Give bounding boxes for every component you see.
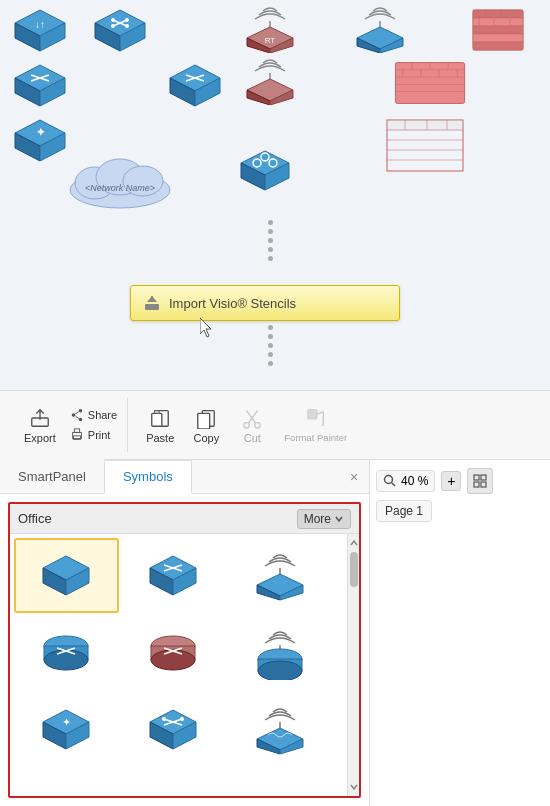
zoom-display: 40 % <box>376 470 435 492</box>
right-panel: 40 % + Page 1 <box>370 460 550 806</box>
format-painter-button[interactable]: Format Painter <box>276 400 355 450</box>
svg-rect-101 <box>198 413 210 429</box>
svg-rect-95 <box>74 429 79 433</box>
scroll-down-icon[interactable] <box>349 782 359 792</box>
paste-label: Paste <box>146 432 174 444</box>
svg-line-93 <box>75 416 79 419</box>
toolbar-group-export: Export Share Print <box>10 398 128 452</box>
grid-toggle-button[interactable] <box>467 468 493 494</box>
network-icon-brick[interactable] <box>385 120 465 170</box>
scroll-bar[interactable] <box>347 534 359 796</box>
panels-area: SmartPanel Symbols × Office More <box>0 460 550 806</box>
svg-point-10 <box>125 18 129 22</box>
search-icon <box>383 474 397 488</box>
svg-rect-99 <box>155 410 160 413</box>
panel-close-button[interactable]: × <box>345 468 363 486</box>
cut-label: Cut <box>244 432 261 444</box>
svg-line-105 <box>252 418 256 424</box>
export-icon <box>29 407 51 429</box>
import-visio-banner[interactable]: Import Visio® Stencils <box>130 285 400 321</box>
print-button[interactable]: Print <box>66 426 121 444</box>
tab-symbols[interactable]: Symbols <box>104 460 192 494</box>
grid-icon-2[interactable] <box>121 538 226 613</box>
grid-icon-3[interactable] <box>228 538 333 613</box>
smartpanel-tab-label: SmartPanel <box>18 469 86 484</box>
network-icon-4[interactable] <box>165 60 225 110</box>
network-icon-wireless-2[interactable] <box>350 3 410 53</box>
print-icon <box>70 428 84 442</box>
grid-icon-7[interactable]: ✦ <box>14 692 119 766</box>
import-icon <box>143 294 161 312</box>
svg-rect-156 <box>474 482 479 487</box>
svg-rect-155 <box>481 475 486 480</box>
grid-icon-4[interactable] <box>14 615 119 690</box>
network-icon-firewall-2[interactable] <box>390 58 470 108</box>
svg-line-107 <box>252 410 258 417</box>
svg-point-152 <box>385 476 393 484</box>
svg-rect-157 <box>481 482 486 487</box>
copy-button[interactable]: Copy <box>184 400 228 450</box>
svg-text:↓↑: ↓↑ <box>35 19 45 30</box>
network-icon-3[interactable] <box>10 60 70 110</box>
network-icon-5[interactable]: ✦ <box>10 115 70 165</box>
svg-point-89 <box>79 409 83 413</box>
zoom-row: 40 % + <box>376 468 544 494</box>
zoom-in-icon: + <box>447 474 455 488</box>
paste-button[interactable]: Paste <box>138 400 182 450</box>
share-label: Share <box>88 409 117 421</box>
format-painter-icon <box>305 407 327 429</box>
svg-rect-25 <box>473 26 523 34</box>
svg-rect-27 <box>473 42 523 50</box>
grid-icon-1[interactable] <box>14 538 119 613</box>
network-icon-firewall-1[interactable] <box>468 5 528 55</box>
grid-icon-6[interactable] <box>228 615 333 690</box>
connector-line-top <box>268 220 273 261</box>
print-label: Print <box>88 429 111 441</box>
svg-point-147 <box>180 717 184 721</box>
svg-line-106 <box>247 410 253 417</box>
zoom-value: 40 % <box>401 474 428 488</box>
cut-button[interactable]: Cut <box>230 400 274 450</box>
svg-text:✦: ✦ <box>35 126 44 138</box>
office-title: Office <box>18 511 52 526</box>
cut-icon <box>241 407 263 429</box>
svg-point-9 <box>111 18 115 22</box>
zoom-in-button[interactable]: + <box>441 471 461 491</box>
scroll-up-icon[interactable] <box>349 538 359 548</box>
grid-icon-9[interactable] <box>228 692 333 766</box>
tab-smartpanel[interactable]: SmartPanel <box>0 459 104 493</box>
network-icon-wireless-1[interactable]: RT <box>240 3 300 53</box>
chevron-down-icon <box>334 514 344 524</box>
svg-line-104 <box>249 418 253 424</box>
network-icon-2[interactable] <box>90 5 150 55</box>
svg-rect-83 <box>145 304 159 310</box>
svg-point-136 <box>258 661 302 680</box>
copy-icon <box>195 407 217 429</box>
svg-point-11 <box>111 24 115 28</box>
symbols-tab-label: Symbols <box>123 469 173 484</box>
export-button[interactable]: Export <box>16 400 64 450</box>
svg-rect-26 <box>473 34 523 42</box>
grid-icon <box>473 474 487 488</box>
left-panel: SmartPanel Symbols × Office More <box>0 460 370 806</box>
share-icon <box>70 408 84 422</box>
grid-icon-8[interactable] <box>121 692 226 766</box>
toolbar-group-clipboard: Paste Copy Cut <box>132 398 361 452</box>
svg-point-125 <box>44 650 88 670</box>
cloud-icon[interactable]: <Network Name> <box>65 155 175 214</box>
share-button[interactable]: Share <box>66 406 121 424</box>
grid-icon-5[interactable] <box>121 615 226 690</box>
office-header: Office More <box>10 504 359 534</box>
svg-rect-24 <box>473 18 523 26</box>
import-banner-text: Import Visio® Stencils <box>169 296 296 311</box>
format-painter-label: Format Painter <box>284 432 347 443</box>
more-button[interactable]: More <box>297 509 351 529</box>
svg-text:✦: ✦ <box>62 716 71 728</box>
scroll-thumb[interactable] <box>350 552 358 587</box>
network-icon-1[interactable]: ↓↑ <box>10 5 70 55</box>
svg-point-90 <box>72 413 76 417</box>
share-print-group: Share Print <box>66 406 121 444</box>
svg-line-92 <box>75 412 79 415</box>
network-icon-wireless-3[interactable] <box>240 55 300 105</box>
network-icon-device[interactable] <box>235 145 295 195</box>
